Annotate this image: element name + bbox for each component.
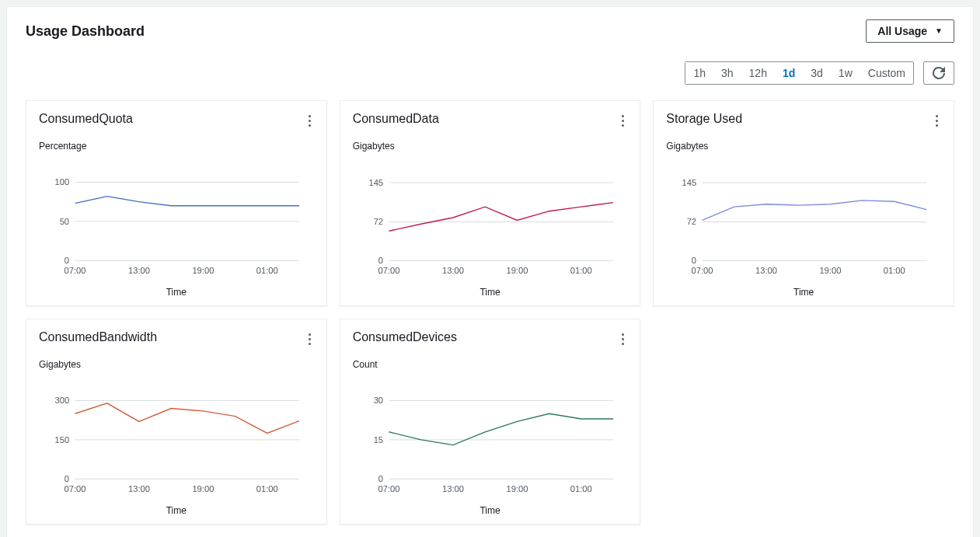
x-axis-label: Time: [353, 505, 628, 516]
chart-title: Storage Used: [666, 112, 742, 126]
usage-scope-dropdown[interactable]: All Usage ▼: [866, 19, 954, 43]
chart-card: ConsumedDevicesCount0153007:0013:0019:00…: [340, 319, 641, 525]
header-row: Usage Dashboard All Usage ▼: [26, 19, 954, 43]
svg-text:19:00: 19:00: [192, 484, 214, 493]
chart-card: ConsumedDataGigabytes07214507:0013:0019:…: [340, 100, 641, 306]
svg-text:19:00: 19:00: [506, 484, 528, 493]
x-axis-label: Time: [666, 287, 941, 298]
time-range-1h[interactable]: 1h: [685, 62, 713, 84]
svg-text:01:00: 01:00: [570, 266, 592, 275]
svg-text:13:00: 13:00: [128, 266, 150, 275]
svg-text:150: 150: [54, 435, 69, 445]
line-chart: 0153007:0013:0019:0001:00: [353, 378, 628, 500]
svg-text:0: 0: [692, 256, 696, 265]
svg-text:19:00: 19:00: [506, 266, 528, 275]
time-range-12h[interactable]: 12h: [741, 62, 775, 84]
svg-text:19:00: 19:00: [820, 266, 842, 275]
kebab-menu-icon[interactable]: [619, 330, 627, 348]
svg-text:01:00: 01:00: [570, 484, 592, 493]
line-chart: 07214507:0013:0019:0001:00: [353, 159, 628, 282]
svg-text:13:00: 13:00: [128, 484, 150, 493]
chart-card: ConsumedQuotaPercentage05010007:0013:001…: [26, 100, 327, 306]
svg-text:0: 0: [65, 474, 69, 483]
chart-grid: ConsumedQuotaPercentage05010007:0013:001…: [26, 100, 954, 525]
svg-text:0: 0: [378, 256, 383, 265]
x-axis-label: Time: [39, 287, 314, 298]
y-axis-label: Gigabytes: [353, 141, 628, 152]
svg-text:07:00: 07:00: [65, 484, 86, 493]
y-axis-label: Gigabytes: [666, 141, 941, 152]
svg-text:72: 72: [373, 217, 382, 226]
page-title: Usage Dashboard: [26, 23, 145, 40]
chart-card: Storage UsedGigabytes07214507:0013:0019:…: [653, 100, 954, 306]
svg-text:72: 72: [687, 217, 696, 226]
time-range-3d[interactable]: 3d: [803, 62, 831, 84]
svg-text:07:00: 07:00: [378, 266, 399, 275]
kebab-menu-icon[interactable]: [305, 112, 314, 130]
chart-title: ConsumedData: [353, 112, 439, 126]
svg-text:145: 145: [682, 178, 697, 187]
svg-text:13:00: 13:00: [442, 266, 464, 275]
svg-text:0: 0: [378, 474, 383, 483]
kebab-menu-icon[interactable]: [619, 112, 627, 130]
line-chart: 07214507:0013:0019:0001:00: [666, 159, 941, 282]
svg-text:300: 300: [54, 396, 69, 405]
svg-text:01:00: 01:00: [256, 484, 278, 493]
svg-text:01:00: 01:00: [256, 266, 278, 275]
svg-text:01:00: 01:00: [884, 266, 905, 275]
chart-card: ConsumedBandwidthGigabytes015030007:0013…: [26, 319, 327, 525]
y-axis-label: Gigabytes: [39, 359, 314, 370]
chart-title: ConsumedQuota: [39, 112, 133, 126]
time-range-group: 1h3h12h1d3d1wCustom: [685, 61, 914, 85]
line-chart: 05010007:0013:0019:0001:00: [39, 159, 314, 282]
svg-text:07:00: 07:00: [692, 266, 713, 275]
chart-title: ConsumedBandwidth: [39, 330, 157, 344]
x-axis-label: Time: [353, 287, 628, 298]
svg-text:13:00: 13:00: [442, 484, 464, 493]
svg-text:15: 15: [373, 435, 382, 445]
refresh-icon: [933, 67, 945, 79]
kebab-menu-icon[interactable]: [933, 112, 941, 130]
refresh-button[interactable]: [923, 61, 954, 85]
line-chart: 015030007:0013:0019:0001:00: [39, 378, 314, 500]
time-range-1w[interactable]: 1w: [831, 62, 860, 84]
svg-text:0: 0: [65, 256, 69, 265]
chevron-down-icon: ▼: [935, 27, 943, 35]
svg-text:07:00: 07:00: [378, 484, 399, 493]
svg-text:19:00: 19:00: [192, 266, 214, 275]
svg-text:07:00: 07:00: [65, 266, 86, 275]
y-axis-label: Percentage: [39, 141, 314, 152]
svg-text:145: 145: [368, 178, 383, 187]
chart-title: ConsumedDevices: [353, 330, 457, 344]
y-axis-label: Count: [353, 359, 628, 370]
svg-text:50: 50: [60, 217, 69, 226]
svg-text:100: 100: [54, 177, 69, 187]
time-range-custom[interactable]: Custom: [860, 62, 913, 84]
time-range-1d[interactable]: 1d: [775, 62, 803, 84]
svg-text:13:00: 13:00: [755, 266, 777, 275]
svg-text:30: 30: [373, 396, 382, 405]
x-axis-label: Time: [39, 505, 314, 516]
controls-row: 1h3h12h1d3d1wCustom: [26, 61, 954, 85]
time-range-3h[interactable]: 3h: [713, 62, 741, 84]
usage-scope-label: All Usage: [877, 25, 927, 37]
dashboard-panel: Usage Dashboard All Usage ▼ 1h3h12h1d3d1…: [6, 6, 974, 537]
kebab-menu-icon[interactable]: [305, 330, 314, 348]
